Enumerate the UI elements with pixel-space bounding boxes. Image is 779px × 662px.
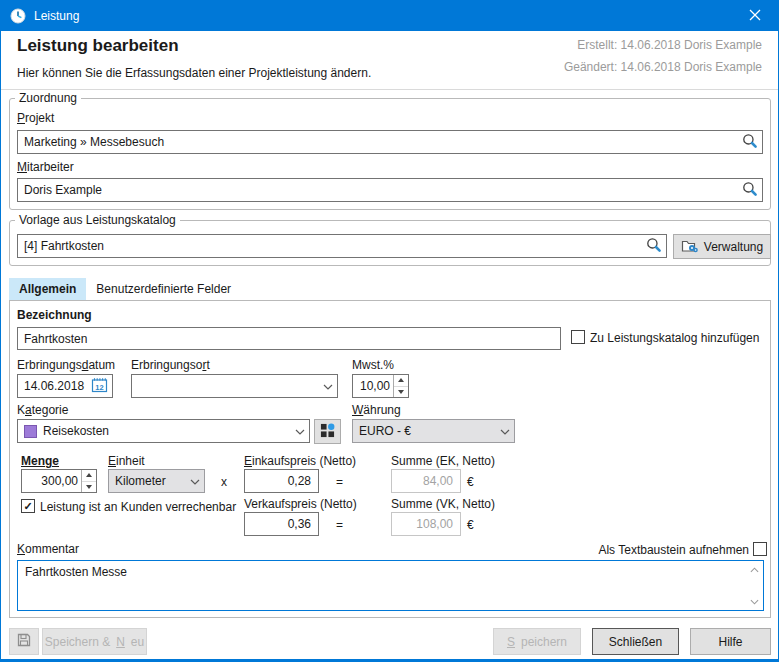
kommentar-label: Kommentar [17, 542, 79, 556]
zuordnung-legend: Zuordnung [15, 91, 81, 105]
spinner-buttons [393, 375, 408, 397]
zu-katalog-label: Zu Leistungskatalog hinzufügen [590, 331, 759, 345]
mwst-value: 10,00 [359, 379, 393, 393]
zu-katalog-checkbox[interactable] [571, 330, 585, 344]
erbringungsort-combo[interactable] [131, 374, 338, 398]
spin-up-button[interactable] [82, 470, 96, 482]
summe-ek-label: Summe (EK, Netto) [391, 454, 495, 468]
page-title: Leistung bearbeiten [17, 36, 179, 56]
euro-sign: € [467, 475, 474, 489]
tab-benutzerdefinierte-felder[interactable]: Benutzerdefinierte Felder [86, 278, 241, 300]
bezeichnung-input[interactable]: Fahrtkosten [17, 327, 561, 350]
spin-down-button[interactable] [82, 482, 96, 493]
spinner-buttons [81, 470, 96, 492]
vorlage-input[interactable]: [4] Fahrtkosten [17, 234, 667, 258]
modified-text: Geändert: 14.06.2018 Doris Example [564, 60, 762, 74]
projekt-input[interactable]: Marketing » Messebesuch [17, 130, 763, 154]
verrechenbar-label: Leistung ist an Kunden verrechenbar [40, 500, 236, 514]
header-divider [1, 89, 778, 90]
mwst-spinner[interactable]: 10,00 [352, 374, 409, 398]
calendar-icon[interactable]: 12 [91, 377, 108, 396]
waehrung-value: EURO - € [359, 424, 500, 438]
dialog-window: Leistung Leistung bearbeiten Hier können… [0, 0, 779, 662]
erbringungsort-label: Erbringungsort [131, 358, 210, 372]
mitarbeiter-input[interactable]: Doris Example [17, 178, 763, 202]
einheit-label: Einheit [108, 454, 145, 468]
speichern-neu-button[interactable]: Speichern & Neu [42, 628, 147, 655]
mitarbeiter-label: Mitarbeiter [17, 160, 74, 174]
equals-sign: = [336, 475, 343, 489]
menge-value: 300,00 [28, 474, 81, 488]
kategorie-label: Kategorie [17, 403, 68, 417]
waehrung-label: Währung [352, 403, 401, 417]
projekt-value: Marketing » Messebesuch [24, 135, 742, 149]
chevron-down-icon [323, 379, 333, 393]
close-icon [749, 9, 761, 24]
close-button[interactable] [732, 1, 778, 31]
summe-vk-value: 108,00 [398, 517, 456, 531]
verkaufspreis-label: Verkaufspreis (Netto) [244, 497, 357, 511]
verwaltung-label: Verwaltung [704, 240, 763, 254]
created-text: Erstellt: 14.06.2018 Doris Example [577, 38, 762, 52]
chevron-down-icon [295, 424, 305, 438]
verrechenbar-checkbox[interactable]: ✓ [21, 499, 35, 513]
mitarbeiter-value: Doris Example [24, 183, 742, 197]
schliessen-button[interactable]: Schließen [592, 628, 679, 655]
search-icon[interactable] [742, 181, 758, 200]
bezeichnung-label: Bezeichnung [17, 308, 92, 322]
kategorie-combo[interactable]: Reisekosten [17, 419, 310, 443]
times-sign: x [221, 475, 227, 489]
euro-sign: € [467, 518, 474, 532]
kategorie-value: Reisekosten [43, 424, 295, 438]
einkaufspreis-label: Einkaufspreis (Netto) [244, 454, 356, 468]
category-color-swatch [24, 425, 37, 438]
equals-sign: = [336, 518, 343, 532]
search-icon[interactable] [646, 237, 662, 256]
chevron-down-icon [500, 424, 510, 438]
kommentar-value: Fahrtkosten Messe [25, 565, 127, 579]
mwst-label: Mwst.% [352, 358, 394, 372]
svg-text:12: 12 [95, 382, 103, 391]
einheit-combo[interactable]: Kilometer [108, 469, 205, 493]
waehrung-combo[interactable]: EURO - € [352, 419, 515, 443]
chevron-down-icon [190, 474, 200, 488]
tab-allgemein[interactable]: Allgemein [9, 278, 86, 300]
titlebar: Leistung [1, 1, 778, 31]
kategorie-verwaltung-button[interactable] [314, 419, 341, 444]
spin-up-button[interactable] [394, 375, 408, 387]
folder-gears-icon [681, 238, 698, 256]
page-subtitle: Hier können Sie die Erfassungsdaten eine… [17, 66, 371, 80]
scroll-down-icon[interactable] [750, 598, 759, 607]
menge-label: Menge [21, 454, 59, 468]
clock-icon [10, 8, 26, 24]
textbaustein-checkbox[interactable] [753, 542, 767, 556]
tab-bar: Allgemein Benutzerdefinierte Felder [9, 278, 241, 300]
summe-vk-field: 108,00 [391, 512, 461, 536]
summe-ek-value: 84,00 [398, 474, 456, 488]
projekt-label: Projekt [17, 111, 54, 125]
einkaufspreis-input[interactable]: 0,28 [244, 469, 319, 493]
erbringungsdatum-value: 14.06.2018 [24, 379, 91, 393]
vorlage-legend: Vorlage aus Leistungskatalog [15, 213, 180, 227]
summe-vk-label: Summe (VK, Netto) [391, 497, 495, 511]
einheit-value: Kilometer [115, 474, 190, 488]
textbaustein-label: Als Textbaustein aufnehmen [598, 543, 749, 557]
scroll-up-icon[interactable] [750, 566, 759, 575]
verwaltung-button[interactable]: Verwaltung [673, 234, 771, 259]
erbringungsdatum-input[interactable]: 14.06.2018 12 [17, 374, 113, 398]
menge-spinner[interactable]: 300,00 [21, 469, 97, 493]
floppy-disk-icon [16, 632, 32, 651]
einkaufspreis-value: 0,28 [251, 474, 314, 488]
kommentar-textarea[interactable]: Fahrtkosten Messe [17, 560, 764, 611]
verkaufspreis-value: 0,36 [251, 517, 314, 531]
save-icon-button[interactable] [9, 628, 39, 655]
search-icon[interactable] [742, 133, 758, 152]
speichern-button[interactable]: Speichern [493, 628, 581, 655]
categories-icon [320, 423, 335, 441]
hilfe-button[interactable]: Hilfe [690, 628, 771, 655]
summe-ek-field: 84,00 [391, 469, 461, 493]
vorlage-value: [4] Fahrtkosten [24, 239, 646, 253]
verkaufspreis-input[interactable]: 0,36 [244, 512, 319, 536]
erbringungsdatum-label: Erbringungsdatum [17, 358, 115, 372]
spin-down-button[interactable] [394, 387, 408, 398]
